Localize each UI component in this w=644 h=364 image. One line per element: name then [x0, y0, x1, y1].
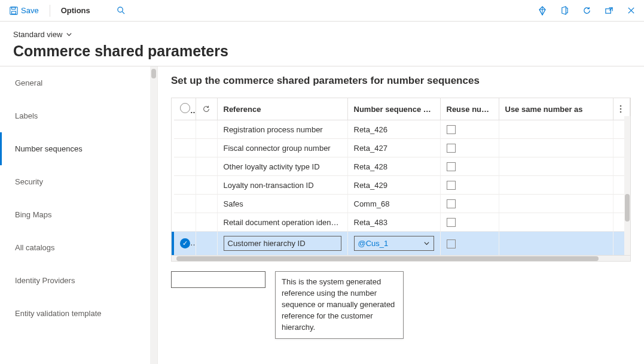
cell-reuse[interactable] [440, 120, 499, 139]
cell-code[interactable]: @Cus_1 [347, 232, 440, 256]
cell-code[interactable]: Reta_428 [347, 157, 440, 176]
cell-reference: Retail document operation iden… [217, 213, 347, 232]
options-label: Options [61, 6, 90, 15]
select-all-header[interactable] [174, 98, 196, 120]
table-row[interactable]: Loyalty non-transaction ID Reta_429 [172, 176, 630, 195]
checkmark-circle-icon: ✓ [180, 238, 190, 248]
cell-same[interactable] [499, 157, 614, 176]
view-switcher[interactable]: Standard view [13, 30, 72, 39]
more-vertical-icon [619, 105, 622, 113]
table-row[interactable]: Registration process number Reta_426 [172, 120, 630, 139]
table-row[interactable]: Safes Comm_68 [172, 195, 630, 213]
sidebar-item-number-sequences[interactable]: Number sequences [0, 132, 157, 165]
table-row[interactable]: Fiscal connector group number Reta_427 [172, 139, 630, 157]
grid-header-row: Reference Number sequence code Reuse num… [172, 98, 630, 120]
content-area: General Labels Number sequences Security… [0, 66, 644, 364]
sidebar-item-bing-maps[interactable]: Bing Maps [0, 198, 157, 231]
row-select[interactable] [174, 176, 196, 195]
cell-reuse[interactable] [440, 213, 499, 232]
hscroll-thumb[interactable] [176, 256, 599, 261]
svg-point-11 [620, 105, 622, 107]
sidebar-item-general[interactable]: General [0, 66, 157, 99]
search-button[interactable] [114, 4, 128, 17]
attach-button[interactable] [535, 4, 550, 18]
sidebar-item-label: Number sequences [15, 144, 83, 153]
filter-input[interactable] [171, 271, 265, 288]
sidebar-item-entity-validation[interactable]: Entity validation template [0, 297, 157, 330]
cell-same[interactable] [499, 195, 614, 213]
sidebar-scrollbar[interactable] [150, 66, 157, 364]
sidebar-item-identity-providers[interactable]: Identity Providers [0, 264, 157, 297]
options-button[interactable]: Options [57, 4, 94, 17]
row-select[interactable] [174, 195, 196, 213]
table-row[interactable]: Retail document operation iden… Reta_483 [172, 213, 630, 232]
cell-code[interactable]: Reta_427 [347, 139, 440, 157]
checkbox-icon [447, 239, 456, 248]
diamond-icon [538, 6, 547, 16]
cell-same[interactable] [499, 120, 614, 139]
cell-reference: Safes [217, 195, 347, 213]
col-header-same[interactable]: Use same number as [499, 98, 614, 120]
checkbox-icon [447, 218, 456, 227]
sidebar-item-label: Labels [15, 111, 38, 120]
table-row[interactable]: Other loyalty activity type ID Reta_428 [172, 157, 630, 176]
table-row-selected[interactable]: ✓ Customer hierarchy ID @Cus_1 [172, 232, 630, 256]
section-title: Set up the commerce shared parameters fo… [171, 75, 631, 87]
svg-point-3 [118, 7, 123, 12]
sidebar-item-security[interactable]: Security [0, 165, 157, 198]
sidebar-scroll-thumb[interactable] [151, 69, 156, 78]
cell-reuse[interactable] [440, 232, 499, 256]
row-select[interactable] [174, 213, 196, 232]
row-select[interactable] [174, 157, 196, 176]
row-select[interactable] [174, 139, 196, 157]
cell-same[interactable] [499, 176, 614, 195]
save-label: Save [21, 6, 39, 15]
svg-point-12 [620, 108, 622, 110]
code-dropdown[interactable]: @Cus_1 [354, 236, 434, 251]
cell-code[interactable]: Reta_429 [347, 176, 440, 195]
refresh-button[interactable] [580, 4, 594, 17]
sidebar-item-all-catalogs[interactable]: All catalogs [0, 231, 157, 264]
save-button[interactable]: Save [6, 4, 42, 17]
sidebar: General Labels Number sequences Security… [0, 66, 158, 364]
cell-same[interactable] [499, 139, 614, 157]
cell-reference: Other loyalty activity type ID [217, 157, 347, 176]
search-icon [117, 6, 126, 15]
sidebar-item-label: Security [15, 177, 43, 186]
sidebar-item-label: Identity Providers [15, 276, 75, 285]
toolbar-left: Save Options [6, 4, 128, 17]
office-button[interactable] [558, 4, 572, 17]
cell-code[interactable]: Reta_483 [347, 213, 440, 232]
svg-point-13 [620, 111, 622, 113]
reference-input[interactable]: Customer hierarchy ID [224, 236, 341, 251]
sidebar-item-label: Bing Maps [15, 210, 51, 219]
grid-vertical-scrollbar[interactable] [624, 116, 630, 255]
cell-reuse[interactable] [440, 195, 499, 213]
cell-reuse[interactable] [440, 157, 499, 176]
cell-reference[interactable]: Customer hierarchy ID [217, 232, 347, 256]
close-button[interactable] [624, 4, 638, 17]
sidebar-item-labels[interactable]: Labels [0, 99, 157, 132]
col-header-code[interactable]: Number sequence code [347, 98, 440, 120]
close-icon [627, 6, 636, 15]
row-select[interactable]: ✓ [174, 232, 196, 256]
page-title: Commerce shared parameters [13, 43, 631, 60]
cell-same[interactable] [499, 232, 614, 256]
cell-reuse[interactable] [440, 139, 499, 157]
cell-reuse[interactable] [440, 176, 499, 195]
refresh-column-header[interactable] [196, 98, 217, 120]
vscroll-thumb[interactable] [625, 194, 630, 222]
popout-button[interactable] [602, 4, 616, 17]
toolbar-separator [50, 5, 50, 17]
cell-code[interactable]: Comm_68 [347, 195, 440, 213]
cell-same[interactable] [499, 213, 614, 232]
grid-horizontal-scrollbar[interactable] [172, 255, 630, 261]
app-toolbar: Save Options [0, 0, 644, 22]
col-header-reuse[interactable]: Reuse numbers [440, 98, 499, 120]
row-select[interactable] [174, 120, 196, 139]
svg-line-4 [122, 11, 124, 14]
tooltip-text: This is the system generated reference u… [282, 277, 395, 331]
cell-code[interactable]: Reta_426 [347, 120, 440, 139]
chevron-down-icon [423, 240, 430, 247]
col-header-reference[interactable]: Reference [217, 98, 347, 120]
